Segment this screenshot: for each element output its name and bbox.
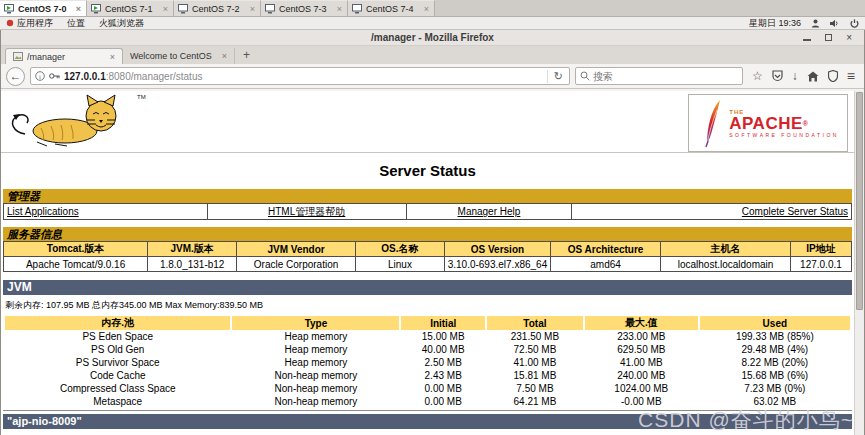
vm-tab-close-icon[interactable]: × — [249, 4, 256, 14]
memory-pool-row: PS Old GenHeap memory40.00 MB72.50 MB629… — [5, 343, 850, 356]
applications-icon — [6, 19, 14, 27]
memory-pool-row: Compressed Class SpaceNon-heap memory0.0… — [5, 382, 850, 395]
manager-help-link[interactable]: Manager Help — [458, 206, 521, 217]
vm-tab-centos-7-3[interactable]: CentOS 7-3 × — [261, 0, 348, 16]
server-info-table: Tomcat.版本 JVM.版本 JVM Vendor OS.名称 OS Ver… — [3, 241, 852, 272]
memory-cell: PS Old Gen — [5, 343, 230, 356]
vm-monitor-icon — [178, 4, 189, 14]
memory-cell: Non-heap memory — [232, 395, 399, 408]
vertical-scrollbar[interactable] — [854, 91, 864, 435]
memory-cell: 29.48 MB (4%) — [700, 343, 850, 356]
memory-cell: 1024.00 MB — [585, 382, 698, 395]
server-info-header-row: Tomcat.版本 JVM.版本 JVM Vendor OS.名称 OS Ver… — [4, 242, 852, 257]
browser-tab-manager[interactable]: /manager × — [5, 48, 123, 64]
minimize-button[interactable] — [803, 34, 811, 41]
applications-menu[interactable]: 应用程序 — [6, 17, 53, 30]
power-icon[interactable] — [850, 19, 859, 28]
firefox-tab-strip: /manager × Welcome to CentOS × + — [1, 46, 864, 64]
manager-links-table: List Applications HTML管理器帮助 Manager Help… — [3, 203, 852, 220]
memory-cell: 15.81 MB — [487, 369, 583, 382]
memory-cell: 64.21 MB — [487, 395, 583, 408]
logo-band: TM THE APACHE® SOFTWARE FOUNDATION — [1, 91, 854, 153]
column-header: Used — [700, 316, 850, 330]
firefox-menu[interactable]: 火狐浏览器 — [99, 17, 144, 30]
vm-tab-label: CentOS 7-0 — [18, 4, 72, 14]
tab-title: /manager — [27, 52, 106, 62]
downloads-icon[interactable]: ↓ — [792, 70, 798, 82]
user-status-icon[interactable] — [811, 19, 820, 28]
url-host: 127.0.0.1 — [64, 71, 106, 82]
column-header: OS Version — [444, 242, 550, 257]
memory-cell: 0.00 MB — [401, 382, 485, 395]
hostname: localhost.localdomain — [661, 257, 791, 272]
os-architecture: amd64 — [550, 257, 660, 272]
memory-cell: 231.50 MB — [487, 330, 583, 343]
tab-title: Welcome to CentOS — [130, 51, 218, 61]
tab-close-icon[interactable]: × — [222, 51, 227, 61]
places-menu[interactable]: 位置 — [67, 17, 85, 30]
reload-icon[interactable]: ↻ — [547, 70, 565, 83]
browser-tab-welcome[interactable]: Welcome to CentOS × — [123, 48, 235, 64]
column-header: 内存.池 — [5, 316, 230, 330]
complete-server-status-link[interactable]: Complete Server Status — [742, 206, 848, 217]
memory-cell: Metaspace — [5, 395, 230, 408]
bookmark-star-icon[interactable]: ☆ — [752, 70, 763, 82]
back-button[interactable]: ← — [6, 67, 25, 86]
list-applications-link[interactable]: List Applications — [7, 206, 79, 217]
html-manager-help-link[interactable]: HTML管理器帮助 — [268, 206, 345, 217]
vm-tab-close-icon[interactable]: × — [75, 4, 82, 14]
menu-icon[interactable]: ≡ — [847, 70, 855, 82]
vm-tab-centos-7-1[interactable]: CentOS 7-1 × — [87, 0, 174, 16]
memory-cell: 0.00 MB — [401, 395, 485, 408]
vm-tab-close-icon[interactable]: × — [162, 4, 169, 14]
firefox-menu-label: 火狐浏览器 — [99, 17, 144, 30]
scrollbar-thumb[interactable] — [856, 92, 863, 310]
vm-tab-centos-7-0[interactable]: CentOS 7-0 × — [0, 0, 87, 16]
memory-cell: Code Cache — [5, 369, 230, 382]
maximize-button[interactable] — [825, 34, 832, 41]
tab-close-icon[interactable]: × — [110, 52, 115, 62]
column-header: Type — [232, 316, 399, 330]
search-input[interactable] — [593, 71, 723, 82]
close-button[interactable]: × — [846, 33, 852, 43]
new-tab-button[interactable]: + — [235, 48, 258, 62]
server-info-section-title: 服务器信息 — [3, 227, 852, 241]
vm-tab-label: CentOS 7-1 — [105, 4, 159, 14]
apache-feather-icon — [697, 98, 723, 148]
memory-cell: Non-heap memory — [232, 369, 399, 382]
applications-menu-label: 应用程序 — [17, 17, 53, 30]
apache-logo: THE APACHE® SOFTWARE FOUNDATION — [688, 94, 848, 152]
manager-section-title: 管理器 — [3, 189, 852, 203]
memory-cell: 72.50 MB — [487, 343, 583, 356]
firefox-titlebar[interactable]: /manager - Mozilla Firefox × — [1, 30, 864, 46]
clock[interactable]: 星期日 19:36 — [749, 17, 801, 30]
memory-cell: Heap memory — [232, 330, 399, 343]
vm-tab-centos-7-4[interactable]: CentOS 7-4 × — [348, 0, 435, 16]
page-title: Server Status — [1, 162, 854, 179]
vm-tab-close-icon[interactable]: × — [336, 4, 343, 14]
jvm-version: 1.8.0_131-b12 — [148, 257, 237, 272]
memory-pool-table: 内存.池 Type Initial Total 最大.值 Used PS Ede… — [3, 316, 852, 408]
column-header: OS Architecture — [550, 242, 660, 257]
column-header: Initial — [401, 316, 485, 330]
column-header: 主机名 — [661, 242, 791, 257]
url-bar[interactable]: i 127.0.0.1:8080/manager/status ↻ — [30, 67, 570, 85]
site-info-icon[interactable]: i — [35, 71, 45, 81]
pocket-icon[interactable] — [772, 70, 783, 82]
volume-icon[interactable] — [830, 19, 840, 28]
vm-monitor-running-icon — [91, 4, 102, 14]
search-box[interactable] — [575, 67, 743, 85]
memory-header-row: 内存.池 Type Initial Total 最大.值 Used — [5, 316, 850, 330]
memory-cell: PS Survivor Space — [5, 356, 230, 369]
firefox-window: /manager - Mozilla Firefox × /manager × … — [0, 30, 865, 435]
home-icon[interactable] — [807, 71, 819, 82]
vm-tab-centos-7-2[interactable]: CentOS 7-2 × — [174, 0, 261, 16]
link-cell: Complete Server Status — [572, 204, 852, 220]
column-header: Total — [487, 316, 583, 330]
vm-monitor-running-icon — [4, 4, 15, 14]
shield-icon[interactable] — [828, 70, 838, 82]
memory-cell: 233.00 MB — [585, 330, 698, 343]
vm-tab-close-icon[interactable]: × — [423, 4, 430, 14]
apache-registered: ® — [803, 120, 809, 127]
memory-cell: 8.22 MB (20%) — [700, 356, 850, 369]
